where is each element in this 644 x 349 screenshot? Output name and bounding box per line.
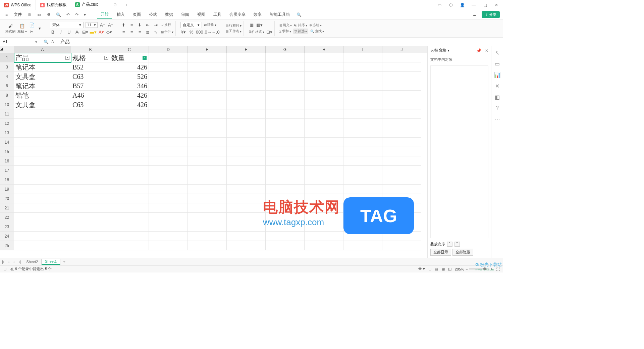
cell[interactable] — [305, 194, 343, 203]
row-header[interactable]: 6 — [0, 81, 14, 91]
cell[interactable] — [149, 241, 188, 250]
view-layout-icon[interactable]: ▦ — [441, 267, 445, 271]
print-icon[interactable]: 🖶 — [45, 12, 53, 17]
indent-left-icon[interactable]: ⇤ — [145, 22, 151, 28]
decimal-inc-icon[interactable]: .0→ — [205, 29, 211, 35]
cell[interactable] — [305, 100, 343, 109]
currency-icon[interactable]: ¥▾ — [180, 29, 186, 35]
cell[interactable] — [343, 166, 382, 175]
menu-page[interactable]: 页面 — [129, 10, 144, 19]
paste-button[interactable]: 📋粘贴 ▾ — [17, 23, 27, 34]
cell[interactable]: 笔记本 — [14, 62, 71, 72]
maximize-button[interactable]: ▢ — [482, 2, 488, 8]
cell[interactable] — [188, 241, 227, 250]
increase-font-icon[interactable]: A⁺ — [100, 22, 106, 28]
cell[interactable] — [266, 232, 305, 241]
cell[interactable] — [110, 175, 149, 185]
cell[interactable] — [266, 128, 305, 138]
cell[interactable] — [188, 175, 227, 185]
close-button[interactable]: ✕ — [493, 2, 500, 8]
cell[interactable] — [343, 128, 382, 138]
cell[interactable] — [305, 222, 343, 232]
col-header-D[interactable]: D — [149, 46, 188, 53]
cell[interactable] — [110, 119, 149, 128]
cell[interactable] — [266, 109, 305, 119]
cell[interactable]: 产品▾ — [14, 53, 71, 62]
layout-icon[interactable]: ▭ — [436, 2, 443, 8]
cell[interactable] — [343, 138, 382, 147]
app-tab-daoke[interactable]: ◆ 找稻壳模板 — [36, 0, 71, 10]
save-icon[interactable]: 🗎 — [26, 12, 34, 17]
cell[interactable] — [227, 222, 266, 232]
border-icon[interactable]: ⊞▾ — [82, 29, 88, 35]
cell[interactable] — [382, 222, 421, 232]
cell[interactable] — [188, 119, 227, 128]
cell[interactable] — [110, 213, 149, 222]
cell[interactable] — [227, 147, 266, 156]
cell[interactable] — [149, 119, 188, 128]
italic-icon[interactable]: I — [58, 29, 64, 35]
cell[interactable] — [227, 53, 266, 62]
cell[interactable] — [110, 232, 149, 241]
cell[interactable] — [343, 213, 382, 222]
cell[interactable] — [71, 175, 110, 185]
cell[interactable] — [71, 241, 110, 250]
cell[interactable] — [305, 156, 343, 166]
cell[interactable] — [382, 232, 421, 241]
cell[interactable] — [305, 175, 343, 185]
row-header[interactable]: 12 — [0, 119, 14, 128]
cell[interactable] — [266, 166, 305, 175]
copy-icon[interactable]: 📄 — [29, 22, 35, 28]
transpose-button[interactable]: ⇄ 转换 ▾ — [204, 22, 216, 27]
cell[interactable] — [188, 166, 227, 175]
undo-icon[interactable]: ↶ — [64, 12, 72, 17]
cell[interactable] — [14, 175, 71, 185]
cell[interactable] — [305, 213, 343, 222]
cell[interactable] — [266, 147, 305, 156]
chart-icon[interactable]: 📊 — [494, 72, 501, 78]
cell[interactable] — [266, 156, 305, 166]
cell[interactable] — [305, 166, 343, 175]
fill-color-icon[interactable]: ▬▾ — [90, 29, 96, 35]
stack-down-button[interactable]: ˅ — [454, 242, 460, 247]
sum-button[interactable]: Σ 求和 ▾ — [279, 29, 291, 34]
cell[interactable] — [343, 119, 382, 128]
cell[interactable]: 规格▾ — [71, 53, 110, 62]
cell[interactable]: B52 — [71, 62, 110, 72]
cube-icon[interactable]: ⬡ — [447, 2, 454, 8]
clear-format-icon[interactable]: ◇▾ — [106, 29, 112, 35]
cell[interactable]: C63 — [71, 100, 110, 109]
row-header[interactable]: 10 — [0, 100, 14, 109]
row-header[interactable]: 8 — [0, 91, 14, 100]
thousands-icon[interactable]: 000 — [197, 29, 203, 35]
cell[interactable] — [149, 232, 188, 241]
orientation-icon[interactable]: ⤡ — [153, 29, 159, 35]
cell[interactable] — [382, 138, 421, 147]
cell[interactable] — [71, 213, 110, 222]
formula-input[interactable]: 产品 — [58, 39, 494, 45]
cell[interactable] — [227, 81, 266, 91]
cell[interactable] — [266, 72, 305, 81]
cell[interactable] — [14, 156, 71, 166]
avatar-icon[interactable]: 👤 — [459, 2, 466, 8]
cell[interactable]: B57 — [71, 81, 110, 91]
cell[interactable] — [188, 203, 227, 213]
align-left-icon[interactable]: ≡ — [121, 29, 127, 35]
cell[interactable] — [343, 222, 382, 232]
cell[interactable] — [266, 222, 305, 232]
cell[interactable] — [14, 109, 71, 119]
menu-tools[interactable]: 工具 — [210, 10, 225, 19]
menu-view[interactable]: 视图 — [194, 10, 209, 19]
cell[interactable] — [110, 156, 149, 166]
cell[interactable] — [343, 91, 382, 100]
cell[interactable] — [382, 91, 421, 100]
cell[interactable] — [188, 91, 227, 100]
cell[interactable] — [110, 109, 149, 119]
cell[interactable] — [266, 241, 305, 250]
menu-data[interactable]: 数据 — [162, 10, 176, 19]
cell[interactable] — [188, 62, 227, 72]
cell[interactable]: 426 — [110, 91, 149, 100]
collapse-ribbon-icon[interactable]: — — [494, 40, 503, 44]
cell[interactable] — [343, 156, 382, 166]
menu-insert[interactable]: 插入 — [113, 10, 128, 19]
